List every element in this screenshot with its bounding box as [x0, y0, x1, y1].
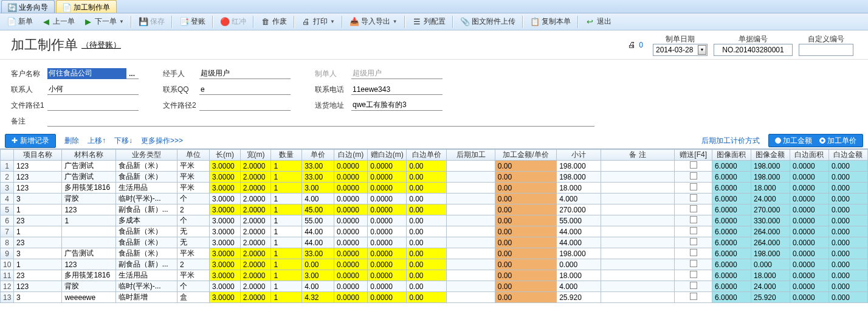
cell[interactable]: 0.000	[557, 259, 601, 270]
cell[interactable]: 3.0000	[210, 215, 241, 226]
cell[interactable]: 24.000	[751, 281, 790, 292]
cell[interactable]: 0.0000	[790, 292, 828, 303]
cell[interactable]: 多成本	[115, 215, 177, 226]
cell[interactable]: 3.0000	[210, 194, 241, 204]
cell[interactable]: 2	[177, 259, 210, 270]
cell[interactable]	[675, 161, 712, 172]
cell[interactable]: 2.0000	[240, 161, 271, 172]
column-header[interactable]: 白边(m)	[334, 150, 368, 161]
cell[interactable]: 2.0000	[240, 215, 271, 226]
qq-input[interactable]	[199, 84, 291, 95]
table-row[interactable]: 71食品新（米）无3.00002.0000144.000.00000.00000…	[1, 226, 868, 237]
date-input[interactable]: 2014-03-28▼	[653, 44, 708, 56]
cell[interactable]: 0.00	[495, 161, 556, 172]
cell[interactable]: 广告测试	[62, 172, 115, 183]
cell[interactable]: 23	[14, 270, 62, 281]
cell[interactable]	[675, 237, 712, 248]
cell[interactable]: 0.00	[495, 226, 556, 237]
cell[interactable]: 198.000	[751, 161, 790, 172]
cell[interactable]: 0.0000	[790, 161, 828, 172]
cell[interactable]: 0.0000	[334, 172, 368, 183]
cell[interactable]: 平米	[177, 161, 210, 172]
void-button[interactable]: 🗑作废	[257, 15, 291, 29]
cell[interactable]: 3.0000	[210, 172, 241, 183]
checkbox-icon[interactable]	[690, 260, 697, 267]
cell[interactable]: 0.0000	[790, 259, 828, 270]
cell[interactable]: 6.0000	[712, 248, 751, 259]
cell[interactable]: 0.000	[828, 204, 867, 215]
cell[interactable]: 0.000	[828, 183, 867, 194]
cell[interactable]: 0.000	[828, 194, 867, 204]
cell[interactable]: 0.0000	[368, 281, 407, 292]
cell[interactable]: 0.0000	[334, 226, 368, 237]
column-config-button[interactable]: ☰列配置	[408, 15, 449, 29]
cell[interactable]: 198.000	[751, 172, 790, 183]
cell[interactable]: 123	[14, 183, 62, 194]
cell[interactable]: 0.000	[828, 292, 867, 303]
cell[interactable]: 0.00	[495, 194, 556, 204]
cell[interactable]	[675, 204, 712, 215]
cell[interactable]: 0.00	[495, 292, 556, 303]
column-header[interactable]: 白边单价	[407, 150, 447, 161]
cell[interactable]: 44.00	[302, 226, 334, 237]
cell[interactable]: 123	[14, 281, 62, 292]
save-button[interactable]: 💾保存	[135, 15, 168, 29]
cell[interactable]: 55.000	[557, 215, 601, 226]
column-header[interactable]: 单位	[177, 150, 210, 161]
cell[interactable]: 33.00	[302, 161, 334, 172]
cell[interactable]: 0.0000	[334, 292, 368, 303]
cell[interactable]: 0.0000	[368, 204, 407, 215]
cell[interactable]: 44.00	[302, 237, 334, 248]
cell[interactable]: 平米	[177, 270, 210, 281]
cell[interactable]: 0.0000	[334, 215, 368, 226]
column-header[interactable]: 材料名称	[62, 150, 115, 161]
cell[interactable]	[601, 292, 674, 303]
cell[interactable]: 0.00	[407, 237, 447, 248]
column-header[interactable]: 后期加工	[447, 150, 495, 161]
cell[interactable]	[675, 226, 712, 237]
import-export-button[interactable]: 📥导入导出▼	[346, 15, 401, 29]
cell[interactable]: 食品新（米）	[115, 226, 177, 237]
table-row[interactable]: 2123广告测试食品新（米）平米3.00002.0000133.000.0000…	[1, 172, 868, 183]
cell[interactable]: 33.00	[302, 172, 334, 183]
tab-business-guide[interactable]: 🔄 业务向导	[1, 0, 55, 13]
column-header[interactable]: 单价	[302, 150, 334, 161]
cell[interactable]: 临时新增	[115, 292, 177, 303]
cell[interactable]: 0.0000	[334, 183, 368, 194]
table-row[interactable]: 133weeeewe临时新增盒3.00002.000014.320.00000.…	[1, 292, 868, 303]
cell[interactable]: 0.0000	[368, 161, 407, 172]
cell[interactable]	[601, 226, 674, 237]
cell[interactable]: 0.00	[495, 237, 556, 248]
cell[interactable]: 临时(平米)-...	[115, 281, 177, 292]
checkbox-icon[interactable]	[690, 293, 697, 300]
cell[interactable]: 6.0000	[712, 161, 751, 172]
cell[interactable]: 个	[177, 281, 210, 292]
cell[interactable]: 背胶	[62, 194, 115, 204]
cell[interactable]: 3.00	[302, 183, 334, 194]
cell[interactable]: 3	[14, 194, 62, 204]
checkbox-icon[interactable]	[690, 183, 697, 190]
address-input[interactable]	[351, 100, 443, 111]
cell[interactable]: 3.0000	[210, 183, 241, 194]
path1-input[interactable]	[47, 100, 139, 111]
cell[interactable]: 0.00	[495, 204, 556, 215]
cell[interactable]: 270.000	[751, 204, 790, 215]
cell[interactable]: 3.0000	[210, 161, 241, 172]
cell[interactable]	[447, 215, 495, 226]
cell[interactable]: 0.00	[407, 226, 447, 237]
column-header[interactable]: 白边金额	[828, 150, 867, 161]
cell[interactable]: 个	[177, 194, 210, 204]
cell[interactable]: 0.000	[828, 172, 867, 183]
cell[interactable]	[675, 183, 712, 194]
cell[interactable]: 24.000	[751, 194, 790, 204]
cell[interactable]: 3.0000	[210, 281, 241, 292]
data-grid[interactable]: 项目名称材料名称业务类型单位长(m)宽(m)数量单价白边(m)赠白边(m)白边单…	[0, 148, 868, 303]
customer-field[interactable]: ...	[47, 68, 139, 79]
cell[interactable]: 2.0000	[240, 237, 271, 248]
column-header[interactable]: 赠白边(m)	[368, 150, 407, 161]
table-row[interactable]: 101123副食品（新）...23.00002.000010.000.00000…	[1, 259, 868, 270]
cell[interactable]: 0.000	[828, 270, 867, 281]
cell[interactable]: 18.000	[557, 183, 601, 194]
custom-no-input[interactable]	[799, 44, 853, 56]
new-button[interactable]: 📄新单	[3, 15, 36, 29]
